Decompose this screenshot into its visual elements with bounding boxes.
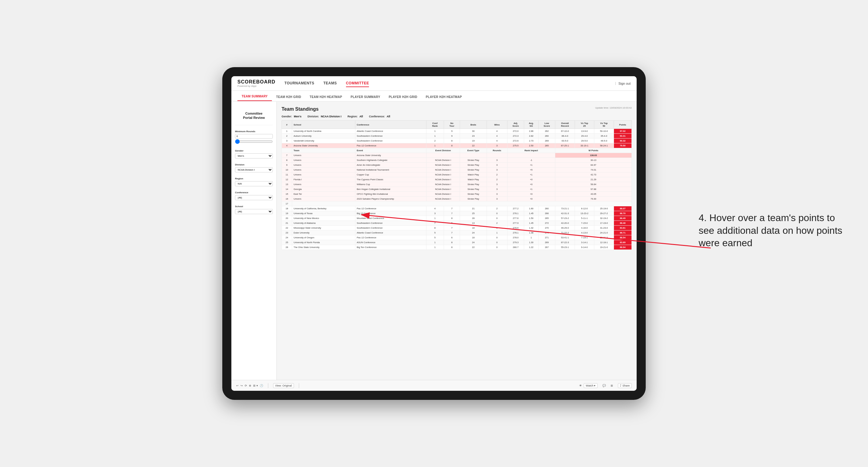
col-vs25: Vs Top25 — [575, 121, 594, 129]
col-overall: OverallRecord — [555, 121, 575, 129]
refresh-button[interactable]: ⟳ — [245, 384, 247, 387]
logo-area: SCOREBOARD Powered by clippi — [238, 79, 276, 87]
table-row[interactable]: 12 Florida I The Cypress Point Classic N… — [282, 177, 632, 182]
view-group: View: Original — [273, 383, 294, 388]
comment-button[interactable]: 💬 — [602, 384, 606, 387]
copy-button[interactable]: ⊕ — [249, 384, 251, 387]
sign-out-link[interactable]: Sign out — [619, 82, 630, 85]
conference-filter: Conference: All — [369, 115, 390, 118]
table-row[interactable]: 16 Univers 2023 Sahalee Players Champion… — [282, 196, 632, 201]
table-row[interactable]: 3 Vanderbilt University Southeastern Con… — [282, 138, 632, 143]
gender-filter: Gender: Men's — [282, 115, 302, 118]
school-select[interactable]: (All) — [235, 209, 273, 214]
table-row[interactable]: 26 The Ohio State University Big Ten Con… — [282, 245, 632, 250]
col-avg-sg: Avg.SG — [524, 121, 538, 129]
tab-team-h2h-heatmap[interactable]: TEAM H2H HEATMAP — [306, 93, 346, 101]
annotation-container: 4. Hover over a team's points to see add… — [699, 212, 844, 256]
committee-portal-title: CommitteePortal Review — [235, 109, 273, 123]
gender-select[interactable]: Men's Women's — [235, 153, 273, 158]
min-rounds-input[interactable] — [235, 134, 273, 138]
col-vs50: Vs Top50 — [594, 121, 614, 129]
table-row[interactable]: 18 University of California, Berkeley Pa… — [282, 206, 632, 211]
col-rank: # — [282, 121, 292, 129]
toolbar-divider-2 — [299, 383, 299, 388]
tab-bar: TEAM SUMMARY TEAM H2H GRID TEAM H2H HEAT… — [231, 91, 637, 102]
col-points: Points — [614, 121, 631, 129]
toolbar-divider — [268, 383, 268, 388]
update-time: Update time: 13/03/2024 10:03:42 — [595, 106, 632, 109]
table-row[interactable]: 17 — [282, 201, 632, 206]
table-row[interactable]: 7 Univers Arizona State University 138.6… — [282, 153, 632, 158]
eye-icon: 👁 — [579, 384, 582, 387]
table-row[interactable]: 15 East Ter OFCC Fighting Illini Invitat… — [282, 192, 632, 196]
tablet-device: SCOREBOARD Powered by clippi TOURNAMENTS… — [222, 67, 646, 400]
tab-player-summary[interactable]: PLAYER SUMMARY — [346, 93, 384, 101]
undo-button[interactable]: ↩ — [236, 384, 239, 387]
division-select[interactable]: NCAA Division I NCAA Division II — [235, 167, 273, 173]
nav-tournaments[interactable]: TOURNAMENTS — [285, 80, 314, 87]
sidebar-filter-conference: Conference (All) — [235, 191, 273, 200]
tab-team-summary[interactable]: TEAM SUMMARY — [238, 92, 272, 101]
table-row[interactable]: 9 Univers Amer An Intercollegiate NCAA D… — [282, 163, 632, 167]
sidebar-filter-division: Division NCAA Division I NCAA Division I… — [235, 163, 273, 173]
watch-group: 👁 Watch ▾ — [579, 383, 598, 388]
col-low-score: LowScore — [538, 121, 555, 129]
col-conference: Conference — [355, 121, 426, 129]
expanded-header-row: Team Event Event Division Event Type Rou… — [282, 148, 632, 153]
standings-table: # School Conference ConfRank NoTour Bnds… — [282, 120, 632, 250]
panel-title: Team Standings — [282, 106, 318, 112]
annotation-text: 4. Hover over a team's points to see add… — [699, 212, 844, 250]
region-filter: Region: All — [347, 115, 363, 118]
table-row[interactable]: 25 University of North Florida ASUN Conf… — [282, 240, 632, 245]
clock-icon: 🕐 — [260, 384, 263, 387]
table-row[interactable]: 1 University of North Carolina Atlantic … — [282, 129, 632, 134]
nav-committee[interactable]: COMMITTEE — [346, 80, 369, 87]
min-rounds-slider[interactable] — [235, 139, 273, 144]
table-row[interactable]: 10 Univers National Invitational Tournam… — [282, 167, 632, 173]
content-panel: Team Standings Update time: 13/03/2024 1… — [277, 102, 637, 380]
tab-player-h2h-heatmap[interactable]: PLAYER H2H HEATMAP — [422, 93, 466, 101]
bottom-toolbar: ↩ ↪ ⟳ ⊕ ⊞ ▾ 🕐 View: Original 👁 Watch ▾ 💬… — [231, 380, 637, 391]
col-no-tour: NoTour — [444, 121, 460, 129]
tablet-screen: SCOREBOARD Powered by clippi TOURNAMENTS… — [231, 76, 637, 391]
filter-row: Gender: Men's Division: NCAA Division I … — [282, 115, 632, 118]
sidebar-filter-gender: Gender Men's Women's — [235, 149, 273, 158]
redo-button[interactable]: ↪ — [241, 384, 243, 387]
sidebar-filter-region: Region N/A All — [235, 177, 273, 186]
region-select[interactable]: N/A All — [235, 181, 273, 186]
sidebar: CommitteePortal Review Minimum Rounds Ge… — [231, 102, 277, 380]
table-row[interactable]: 8 Univers Southern Highlands Collegiate … — [282, 158, 632, 163]
table-row[interactable]: 19 University of Texas Big 12 Conference… — [282, 211, 632, 216]
toolbar-history-group: ↩ ↪ ⟳ ⊕ ⊞ ▾ 🕐 — [236, 384, 263, 387]
table-row[interactable]: 11 Univers Copper Cup NCAA Division I Ma… — [282, 173, 632, 177]
col-adj-score: Adj.Score — [507, 121, 524, 129]
table-row[interactable]: 22 Mississippi State University Southeas… — [282, 226, 632, 230]
sidebar-filter-school: School (All) — [235, 205, 273, 214]
division-filter: Division: NCAA Division I — [308, 115, 341, 118]
table-row[interactable]: 21 University of Alabama Southeastern Co… — [282, 221, 632, 226]
col-bnds: Bnds — [460, 121, 487, 129]
table-row[interactable]: 13 Univers Williams Cup NCAA Division I … — [282, 182, 632, 187]
table-row[interactable]: 24 University of Oregon Pac-12 Conferenc… — [282, 235, 632, 240]
logo-text: SCOREBOARD — [238, 79, 276, 85]
col-conf-rank: ConfRank — [426, 121, 444, 129]
main-content: CommitteePortal Review Minimum Rounds Ge… — [231, 102, 637, 380]
share-button[interactable]: ⤴ Share — [618, 383, 632, 388]
table-row-expanded[interactable]: 4 Arizona State University Pac-12 Confer… — [282, 143, 632, 148]
nav-teams[interactable]: TEAMS — [323, 80, 337, 87]
view-original-button[interactable]: View: Original — [273, 383, 294, 388]
watch-button[interactable]: Watch ▾ — [584, 383, 598, 388]
app-header: SCOREBOARD Powered by clippi TOURNAMENTS… — [231, 76, 637, 91]
col-wins: Wins — [487, 121, 507, 129]
table-row[interactable]: 23 Duke University Atlantic Coast Confer… — [282, 230, 632, 235]
table-row[interactable]: 2 Auburn University Southeastern Confere… — [282, 134, 632, 138]
conference-select[interactable]: (All) — [235, 195, 273, 200]
main-nav: TOURNAMENTS TEAMS COMMITTEE — [285, 80, 615, 87]
tab-team-h2h-grid[interactable]: TEAM H2H GRID — [272, 93, 306, 101]
more-button[interactable]: ⊞ ▾ — [253, 384, 258, 387]
table-row[interactable]: 14 Georgia Ben Hogan Collegiate Invitati… — [282, 187, 632, 192]
col-school: School — [292, 121, 355, 129]
sidebar-filter-min-rounds: Minimum Rounds — [235, 130, 273, 145]
tab-player-h2h-grid[interactable]: PLAYER H2H GRID — [384, 93, 422, 101]
table-row[interactable]: 20 University of New Mexico Mountain Wes… — [282, 216, 632, 221]
